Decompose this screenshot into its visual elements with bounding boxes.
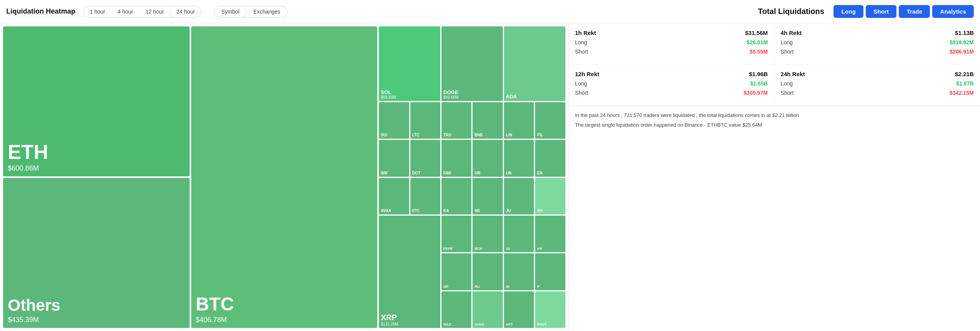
- heatmap-cell-btc[interactable]: BTC $406.78M: [191, 26, 378, 328]
- cell-symbol-ne: NE: [474, 209, 480, 213]
- heatmap-cell-ltc[interactable]: LTC: [410, 102, 440, 139]
- cell-symbol-pnut: PNUT: [537, 322, 547, 326]
- stat-24h-short-value: $342.15M: [950, 90, 974, 96]
- heatmap-cell-bch[interactable]: BCH: [473, 216, 502, 252]
- cell-value-xrp: $115.29M: [381, 322, 398, 326]
- heatmap-cell-pepe[interactable]: PEPE: [441, 216, 471, 252]
- stat-4h-short-value: $206.91M: [950, 49, 974, 55]
- cell-symbol-ju: JU: [506, 209, 511, 213]
- stat-24h-title: 24h Rekt: [781, 71, 805, 77]
- time-filter-4h[interactable]: 4 hour: [112, 6, 140, 17]
- summary-line2: The largest single liquidation order hap…: [575, 121, 974, 129]
- heatmap-cell-ju[interactable]: JU: [504, 178, 534, 214]
- heatmap-cell-ar[interactable]: AR: [535, 216, 565, 252]
- cell-symbol-fil: FIL: [537, 133, 543, 137]
- heatmap-cell-others[interactable]: Others $435.39M: [3, 178, 190, 328]
- stat-block-24h: 24h Rekt $2.21B Long $1.87B Short $342.1…: [774, 64, 980, 106]
- heatmap-cell-un[interactable]: UN: [504, 140, 534, 176]
- heatmap-cell-ru[interactable]: RU: [473, 253, 502, 290]
- heatmap-cell-etc[interactable]: ETC: [410, 178, 440, 214]
- cell-symbol-apt: APT: [506, 322, 513, 326]
- heatmap-cell-eth[interactable]: ETH $600.86M: [3, 26, 190, 176]
- cell-symbol-un: UN: [506, 171, 511, 175]
- heatmap-cell-apt[interactable]: APT: [504, 291, 534, 328]
- cell-symbol-ada: ADA: [506, 94, 517, 99]
- heatmap-cell-10[interactable]: 10: [504, 216, 534, 252]
- heatmap-cell-lin[interactable]: LIN: [504, 102, 534, 139]
- stat-4h-long-label: Long: [781, 39, 793, 45]
- cell-symbol-dot: DOT: [412, 171, 420, 175]
- cell-value-others: $435.39M: [8, 316, 39, 324]
- cell-symbol-others: Others: [8, 297, 60, 314]
- heatmap-cell-ne[interactable]: NE: [473, 178, 502, 214]
- stat-12h-short-label: Short: [575, 90, 588, 96]
- summary-line1: In the past 24 hours , 721,570 traders w…: [575, 111, 974, 120]
- stats-grid: 1h Rekt $31.56M Long $26.01M Short $5.55…: [569, 23, 980, 106]
- stat-12h-long-label: Long: [575, 80, 587, 87]
- heatmap-cell-fil[interactable]: FIL: [535, 102, 565, 139]
- heatmap-cell-sol[interactable]: SOL $84.99M: [379, 26, 440, 101]
- long-button[interactable]: Long: [834, 5, 863, 18]
- analytics-button[interactable]: Analytics: [932, 5, 974, 18]
- heatmap-cell-far[interactable]: FAR: [441, 140, 471, 176]
- stat-24h-long-value: $1.87B: [956, 80, 974, 87]
- stat-12h-short-value: $305.97M: [744, 90, 768, 96]
- heatmap-cell-aave[interactable]: AAVE: [473, 291, 502, 328]
- stat-4h-long-value: $919.92M: [950, 39, 974, 45]
- time-filter-24h[interactable]: 24 hour: [170, 6, 201, 17]
- cell-symbol-sh: SH: [537, 209, 542, 213]
- heatmap-cell-avax[interactable]: AVAX: [379, 178, 409, 214]
- heatmap-cell-op[interactable]: OP: [441, 253, 471, 290]
- stats-panel: 1h Rekt $31.56M Long $26.01M Short $5.55…: [568, 23, 980, 331]
- heatmap-panel: ETH $600.86M Others $435.39M BTC $406.78…: [0, 23, 568, 331]
- heatmap-cell-wif[interactable]: WIF: [379, 140, 409, 176]
- heatmap-cell-dot[interactable]: DOT: [410, 140, 440, 176]
- cell-symbol-ar: AR: [537, 247, 542, 251]
- stat-4h-title: 4h Rekt: [781, 30, 802, 36]
- heatmap-cell-ka[interactable]: KA: [441, 178, 471, 214]
- cell-symbol-ka: KA: [443, 209, 449, 213]
- cell-symbol-btc: BTC: [196, 295, 234, 314]
- heatmap-cell-pnut[interactable]: PNUT: [535, 291, 565, 328]
- stat-1h-short-label: Short: [575, 49, 588, 55]
- cell-symbol-tru: TRU: [443, 133, 452, 137]
- cell-symbol-lin: LIN: [506, 133, 512, 137]
- stat-24h-short-label: Short: [781, 90, 793, 96]
- cell-symbol-far: FAR: [443, 171, 451, 175]
- heatmap-cell-p[interactable]: P: [535, 253, 565, 290]
- time-filter-12h[interactable]: 12 hour: [139, 6, 170, 17]
- heatmap-cell-ada[interactable]: ADA: [504, 26, 565, 101]
- summary-section: In the past 24 hours , 721,570 traders w…: [569, 106, 980, 132]
- view-exchanges-btn[interactable]: Exchanges: [246, 6, 287, 17]
- cell-symbol-sui: SUI: [381, 133, 387, 137]
- heatmap-cell-en[interactable]: EN: [535, 140, 565, 176]
- cell-symbol-sol: SOL: [381, 89, 391, 95]
- trade-button[interactable]: Trade: [899, 5, 930, 18]
- cell-symbol-bne: BNE: [474, 133, 483, 137]
- heatmap-cell-in[interactable]: IN: [504, 253, 534, 290]
- view-symbol-btn[interactable]: Symbol: [214, 6, 246, 17]
- cell-symbol-10: 10: [506, 247, 510, 251]
- stat-4h-short-label: Short: [781, 49, 793, 55]
- stat-block-12h: 12h Rekt $1.96B Long $1.65B Short $305.9…: [569, 64, 774, 106]
- cell-value-eth: $600.86M: [8, 164, 39, 172]
- heatmap-cell-tru[interactable]: TRU: [441, 102, 471, 139]
- heatmap-cell-wld[interactable]: WLD: [441, 291, 471, 328]
- short-button[interactable]: Short: [866, 5, 896, 18]
- cell-symbol-or: OR: [474, 171, 480, 175]
- cell-symbol-avax: AVAX: [381, 209, 391, 213]
- cell-symbol-ru: RU: [474, 285, 480, 289]
- cell-value-sol: $84.99M: [381, 95, 396, 99]
- app-title: Liquidation Heatmap: [6, 7, 75, 16]
- time-filter-1h[interactable]: 1 hour: [84, 6, 112, 17]
- heatmap-cell-or[interactable]: OR: [473, 140, 502, 176]
- heatmap-cell-bne[interactable]: BNE: [473, 102, 502, 139]
- cell-symbol-en: EN: [537, 171, 542, 175]
- heatmap-cell-xrp[interactable]: XRP $115.29M: [379, 216, 440, 328]
- heatmap-cell-sui[interactable]: SUI: [379, 102, 409, 139]
- heatmap-cell-doge[interactable]: DOGE $82.66M: [441, 26, 503, 101]
- cell-symbol-wif: WIF: [381, 171, 388, 175]
- main-layout: ETH $600.86M Others $435.39M BTC $406.78…: [0, 23, 980, 331]
- action-button-group: Long Short Trade Analytics: [834, 5, 974, 18]
- heatmap-cell-sh[interactable]: SH: [535, 178, 565, 214]
